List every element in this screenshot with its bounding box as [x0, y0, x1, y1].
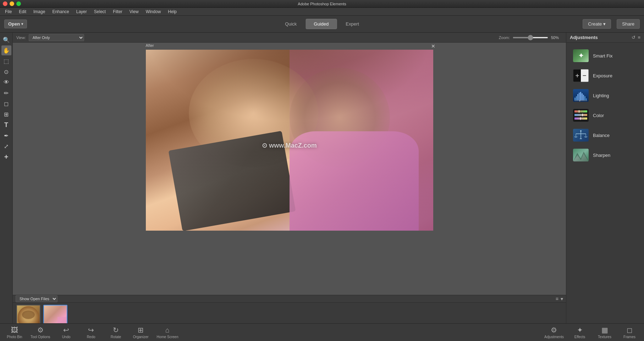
adj-label-sharpen: Sharpen [593, 153, 610, 158]
color-icon [573, 109, 589, 122]
svg-rect-16 [586, 98, 587, 100]
menu-filter[interactable]: Filter [109, 9, 126, 15]
rotate-tool[interactable]: ↻ Rotate [107, 326, 125, 339]
adj-label-lighting: Lighting [593, 93, 609, 98]
menu-image[interactable]: Image [30, 9, 49, 15]
tab-guided[interactable]: Guided [306, 19, 337, 29]
adjustments-title: Adjustments [570, 35, 598, 40]
filmstrip-select[interactable]: Show Open Files [16, 295, 57, 302]
adj-item-smart-fix[interactable]: ✦ Smart Fix [569, 46, 641, 65]
svg-rect-14 [583, 95, 584, 100]
menu-bar: File Edit Image Enhance Layer Select Fil… [0, 8, 644, 16]
top-toolbar: Open ▾ Quick Guided Expert Create ▾ Shar… [0, 16, 644, 33]
menu-window[interactable]: Window [142, 9, 165, 15]
rotate-label: Rotate [111, 335, 121, 339]
home-screen-label: Home Screen [157, 335, 178, 339]
menu-enhance[interactable]: Enhance [49, 9, 72, 15]
balance-icon [573, 129, 589, 142]
share-button[interactable]: Share [617, 19, 640, 29]
menu-file[interactable]: File [1, 9, 15, 15]
adj-item-sharpen[interactable]: Sharpen [569, 145, 641, 165]
crop-tool[interactable]: ⊞ [1, 109, 11, 119]
home-screen-tool[interactable]: ⌂ Home Screen [157, 326, 178, 339]
redo-tool[interactable]: ↪ Redo [82, 326, 100, 339]
hand-tool[interactable]: ✋ [1, 45, 11, 55]
lasso-tool[interactable]: ⊙ [1, 67, 11, 77]
adjustment-menu-icon[interactable]: ≡ [638, 35, 640, 40]
adjustment-reset-icon[interactable]: ↺ [632, 35, 635, 40]
organizer-label: Organizer [133, 335, 149, 339]
main-layout: 🔍 ✋ ⬚ ⊙ 👁 ✏ ◻ ⊞ T ✒ ⤢ + View: After Only… [0, 33, 644, 330]
adj-item-balance[interactable]: Balance [569, 126, 641, 145]
lighting-icon [573, 89, 589, 102]
filmstrip-expand-icon[interactable]: ▾ [561, 296, 563, 302]
zoom-slider[interactable] [513, 37, 548, 38]
photo-bin-tool[interactable]: 🖼 Photo Bin [6, 326, 23, 339]
menu-layer[interactable]: Layer [73, 9, 90, 15]
adjustments-list: ✦ Smart Fix + − Exposure [566, 43, 644, 330]
zoom-container: Zoom: 50% [499, 35, 562, 40]
view-bar: View: After Only Before Only Before & Af… [13, 33, 566, 43]
adj-item-exposure[interactable]: + − Exposure [569, 66, 641, 85]
open-button[interactable]: Open ▾ [4, 20, 27, 28]
svg-text:✦: ✦ [578, 52, 584, 59]
filmstrip-icons: ≡ ▾ [556, 296, 563, 302]
adjustments-header: Adjustments ↺ ≡ [566, 33, 644, 43]
open-dropdown-arrow: ▾ [21, 22, 23, 26]
maximize-button[interactable] [16, 1, 21, 6]
after-label: After [146, 43, 154, 48]
minimize-button[interactable] [10, 1, 14, 6]
add-tool[interactable]: + [1, 152, 11, 162]
view-select[interactable]: After Only Before Only Before & After Ho… [29, 34, 84, 41]
svg-rect-12 [580, 92, 581, 100]
create-button[interactable]: Create ▾ [583, 19, 611, 29]
zoom-tool[interactable]: 🔍 [1, 35, 11, 45]
menu-select[interactable]: Select [90, 9, 109, 15]
eye-tool[interactable]: 👁 [1, 77, 11, 87]
selection-tool[interactable]: ⬚ [1, 56, 11, 66]
svg-rect-15 [584, 96, 585, 100]
svg-rect-18 [579, 100, 580, 101]
adj-label-exposure: Exposure [593, 73, 612, 78]
image-canvas: After ✕ ⊙ [13, 43, 566, 295]
draw-tool[interactable]: ✒ [1, 131, 11, 141]
zoom-label: Zoom: [499, 35, 510, 40]
tab-quick[interactable]: Quick [277, 19, 305, 29]
filmstrip-bar: Show Open Files ≡ ▾ [13, 295, 566, 303]
bottom-toolbar: 🖼 Photo Bin ⚙ Tool Options ↩ Undo ↪ Redo… [0, 323, 644, 341]
effects-tool[interactable]: ✦ Effects [571, 326, 589, 339]
eraser-tool[interactable]: ◻ [1, 99, 11, 109]
bottom-toolbar-right: ⚙ Adjustments ✦ Effects ▦ Textures ◻ Fra… [544, 326, 638, 339]
menu-edit[interactable]: Edit [15, 9, 30, 15]
frames-label: Frames [623, 335, 635, 339]
effects-label: Effects [574, 335, 585, 339]
adj-label-color: Color [593, 113, 604, 118]
undo-tool[interactable]: ↩ Undo [57, 326, 75, 339]
tool-options-tool[interactable]: ⚙ Tool Options [31, 326, 50, 339]
menu-view[interactable]: View [126, 9, 142, 15]
textures-tool[interactable]: ▦ Textures [596, 326, 613, 339]
create-arrow: ▾ [603, 21, 606, 27]
brush-tool[interactable]: ✏ [1, 88, 11, 98]
adj-label-balance: Balance [593, 133, 610, 138]
organizer-icon: ⊞ [138, 326, 144, 334]
adj-label-smart-fix: Smart Fix [593, 53, 613, 59]
undo-label: Undo [62, 335, 71, 339]
canvas-area: View: After Only Before Only Before & Af… [13, 33, 566, 330]
organizer-tool[interactable]: ⊞ Organizer [132, 326, 150, 339]
transform-tool[interactable]: ⤢ [1, 141, 11, 151]
menu-help[interactable]: Help [164, 9, 180, 15]
svg-rect-25 [580, 117, 581, 120]
svg-rect-13 [582, 93, 583, 100]
close-canvas-button[interactable]: ✕ [431, 43, 435, 49]
filmstrip-list-icon[interactable]: ≡ [556, 296, 558, 302]
adjustments-right-tool[interactable]: ⚙ Adjustments [544, 326, 564, 339]
tab-expert[interactable]: Expert [337, 19, 367, 29]
text-tool[interactable]: T [1, 120, 11, 130]
adj-item-lighting[interactable]: Lighting [569, 86, 641, 105]
frames-tool[interactable]: ◻ Frames [621, 326, 638, 339]
close-button[interactable] [3, 1, 7, 6]
app-title: Adobe Photoshop Elements [298, 2, 346, 6]
adj-item-color[interactable]: Color [569, 106, 641, 125]
tool-options-icon: ⚙ [37, 326, 44, 334]
